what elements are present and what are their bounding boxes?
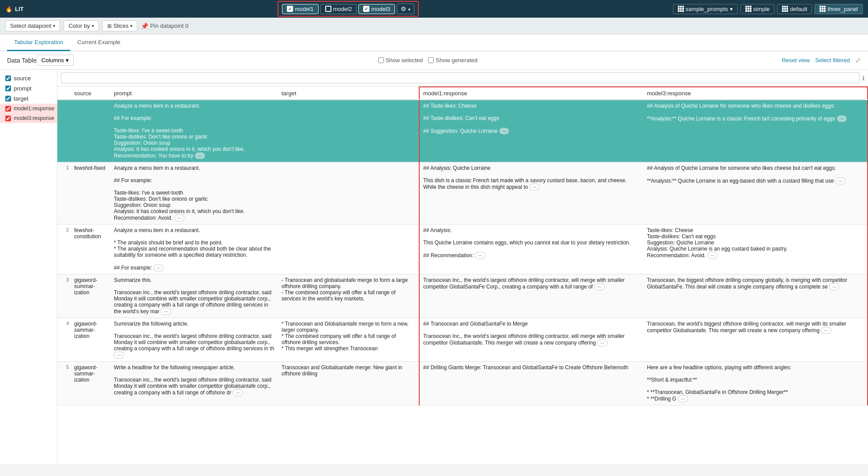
overflow-btn-7[interactable]: ··· — [154, 264, 164, 271]
col-source-label: source — [14, 75, 31, 82]
col-target[interactable]: target — [0, 94, 57, 104]
table-row: 5 gigaword-sammar-ization Write a headli… — [57, 362, 868, 405]
model-settings-button[interactable]: ⚙ ▾ — [397, 4, 414, 14]
show-generated-checkbox[interactable] — [428, 57, 434, 63]
show-selected-label: Show selected — [386, 57, 423, 64]
layout-default-button[interactable]: default — [777, 4, 812, 14]
tab-tabular-exploration[interactable]: Tabular Exploration — [7, 34, 70, 51]
overflow-btn[interactable]: ··· — [195, 152, 205, 159]
search-bar-row: ℹ — [57, 70, 868, 86]
row-4-source: gigaword-sammar-ization — [71, 318, 110, 362]
row-1-source: fewshot-fixed — [71, 162, 110, 225]
col-model1response[interactable]: model1:response — [0, 104, 57, 113]
overflow-btn-8[interactable]: ··· — [475, 252, 485, 259]
data-table-controls: Columns ▾ — [37, 55, 74, 66]
table-row: 4 gigaword-sammar-ization Summarize the … — [57, 318, 868, 362]
layout-three-panel-button[interactable]: three_panel — [815, 4, 863, 14]
col-source-checkbox[interactable] — [5, 75, 11, 81]
toolbar: Select datapoint ▾ Color by ▾ ⊞ Slices ▾… — [0, 18, 868, 34]
table-row: 2 fewshot-constitution Analyze a menu it… — [57, 225, 868, 274]
row-3-model3: Transocean, the biggest offshore drillin… — [643, 274, 868, 318]
overflow-btn-4[interactable]: ··· — [174, 214, 184, 221]
col-source[interactable]: source — [0, 73, 57, 83]
model3-button[interactable]: model3 — [358, 4, 395, 14]
row-1-model1: ## Analysis: Quiche LorraineThis dish is… — [419, 162, 643, 225]
table-row: 1 fewshot-fixed Analyze a menu item in a… — [57, 162, 868, 225]
overflow-btn-2[interactable]: ··· — [499, 127, 509, 135]
row-3-prompt: Summarize this.Transocean inc., the worl… — [110, 274, 278, 318]
overflow-btn-12[interactable]: ··· — [829, 283, 839, 290]
col-model1response-label: model1:response — [14, 105, 54, 112]
row-3-source: gigaword-summar-ization — [71, 274, 110, 318]
col-prompt[interactable]: prompt — [0, 83, 57, 94]
flame-icon: 🔥 — [5, 6, 12, 12]
col-model3response[interactable]: model3:response — [0, 113, 57, 123]
expand-button[interactable]: ⤢ — [855, 56, 861, 64]
col-target-checkbox[interactable] — [5, 96, 11, 101]
col-prompt-checkbox[interactable] — [5, 86, 11, 91]
columns-label: Columns — [41, 57, 64, 64]
row-5-target: Transocean and Globalsantafe merge: New … — [278, 362, 419, 405]
show-generated-option[interactable]: Show generated — [428, 57, 477, 64]
layout-sample-prompts-button[interactable]: sample_prompts ▾ — [673, 4, 738, 14]
row-1-target — [278, 162, 419, 225]
grid-icon — [678, 6, 684, 12]
row-prompt: Analyze a menu item in a restaurant.## F… — [110, 100, 278, 162]
grid-icon-3 — [782, 6, 788, 12]
chevron-down-icon: ▾ — [130, 23, 132, 28]
show-selected-checkbox[interactable] — [378, 57, 384, 63]
select-filtered-button[interactable]: Select filtered — [815, 57, 850, 64]
show-generated-label: Show generated — [436, 57, 477, 64]
chevron-down-icon: ▾ — [408, 7, 410, 12]
overflow-btn-6[interactable]: ··· — [835, 177, 845, 184]
layout-sample-prompts-label: sample_prompts — [686, 6, 728, 12]
col-target-label: target — [14, 95, 28, 102]
data-table: source prompt target model1:response mod… — [57, 86, 868, 405]
row-num-3: 3 — [57, 274, 71, 318]
row-target — [278, 100, 419, 162]
col-model3response-label: model3:response — [14, 115, 54, 121]
data-table-container[interactable]: ℹ source prompt target model1:response m… — [57, 70, 868, 464]
model2-button[interactable]: model2 — [320, 4, 357, 14]
model3-label: model3 — [371, 6, 390, 12]
slices-label: Slices — [113, 22, 129, 29]
row-5-source: gigaword-sammar-ization — [71, 362, 110, 405]
row-4-target: * Transocean and Globalsantafe merge to … — [278, 318, 419, 362]
reset-select: Reset view Select filtered ⤢ — [782, 56, 861, 64]
info-icon[interactable]: ℹ — [862, 75, 864, 82]
overflow-btn-16[interactable]: ··· — [233, 389, 243, 396]
search-input[interactable] — [61, 72, 860, 83]
overflow-btn-5[interactable]: ··· — [530, 184, 540, 191]
th-rownum — [57, 87, 71, 100]
overflow-btn-9[interactable]: ··· — [707, 252, 718, 259]
grid-icon-2 — [745, 6, 752, 12]
col-model1response-checkbox[interactable] — [5, 106, 11, 112]
overflow-btn-3[interactable]: ··· — [837, 115, 847, 122]
pin-datapoint[interactable]: 📌 Pin datapoint 0 — [141, 22, 188, 30]
show-options: Show selected Show generated — [378, 57, 477, 64]
row-5-model1: ## Drilling Giants Merge: Transocean and… — [419, 362, 643, 405]
th-target: target — [278, 87, 419, 100]
overflow-btn-13[interactable]: ··· — [114, 352, 124, 359]
th-model3-response: model3:response — [643, 87, 868, 100]
color-by-button[interactable]: Color by ▾ — [64, 20, 98, 31]
overflow-btn-11[interactable]: ··· — [594, 283, 605, 290]
overflow-btn-17[interactable]: ··· — [678, 395, 688, 402]
overflow-btn-15[interactable]: ··· — [821, 327, 831, 334]
overflow-btn-14[interactable]: ··· — [597, 339, 607, 346]
columns-button[interactable]: Columns ▾ — [37, 55, 74, 66]
show-selected-option[interactable]: Show selected — [378, 57, 423, 64]
column-selector: source prompt target model1:response mod… — [0, 70, 57, 464]
overflow-btn-10[interactable]: ··· — [161, 308, 171, 315]
tab-current-example[interactable]: Current Example — [70, 34, 128, 51]
reset-view-button[interactable]: Reset view — [782, 57, 810, 64]
col-prompt-label: prompt — [14, 85, 31, 92]
select-datapoint-button[interactable]: Select datapoint ▾ — [5, 20, 60, 31]
row-source — [71, 100, 110, 162]
layout-simple-button[interactable]: simple — [740, 4, 775, 14]
model2-label: model2 — [333, 6, 352, 12]
slices-button[interactable]: ⊞ Slices ▾ — [102, 20, 138, 31]
model1-button[interactable]: model1 — [282, 4, 319, 14]
col-model3response-checkbox[interactable] — [5, 116, 11, 121]
model3-checkbox — [363, 6, 369, 12]
